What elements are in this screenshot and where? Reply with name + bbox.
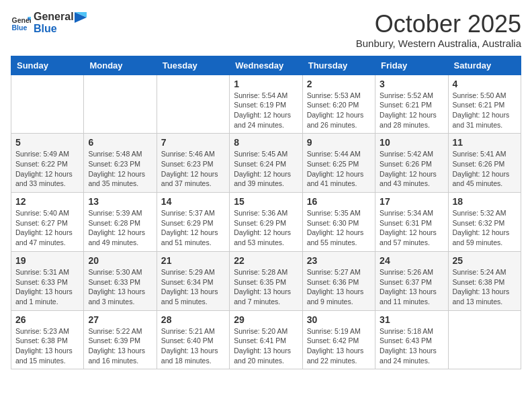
day-number: 12	[15, 196, 79, 207]
day-number: 27	[88, 314, 152, 325]
table-row: 1Sunrise: 5:54 AM Sunset: 6:19 PM Daylig…	[230, 75, 302, 134]
table-row: 9Sunrise: 5:44 AM Sunset: 6:25 PM Daylig…	[302, 134, 375, 193]
day-info: Sunrise: 5:49 AM Sunset: 6:22 PM Dayligh…	[15, 149, 79, 189]
table-row: 8Sunrise: 5:45 AM Sunset: 6:24 PM Daylig…	[230, 134, 302, 193]
day-info: Sunrise: 5:26 AM Sunset: 6:37 PM Dayligh…	[380, 267, 443, 307]
day-info: Sunrise: 5:22 AM Sunset: 6:39 PM Dayligh…	[88, 326, 152, 366]
day-info: Sunrise: 5:41 AM Sunset: 6:26 PM Dayligh…	[453, 149, 517, 189]
day-info: Sunrise: 5:34 AM Sunset: 6:31 PM Dayligh…	[380, 208, 443, 248]
location-text: Bunbury, Western Australia, Australia	[356, 38, 521, 49]
day-info: Sunrise: 5:40 AM Sunset: 6:27 PM Dayligh…	[15, 208, 79, 248]
table-row: 22Sunrise: 5:28 AM Sunset: 6:35 PM Dayli…	[230, 251, 302, 310]
day-number: 24	[380, 255, 443, 266]
calendar-week-row: 12Sunrise: 5:40 AM Sunset: 6:27 PM Dayli…	[11, 193, 521, 252]
table-row: 5Sunrise: 5:49 AM Sunset: 6:22 PM Daylig…	[11, 134, 84, 193]
day-number: 23	[307, 255, 371, 266]
day-number: 14	[161, 196, 225, 207]
calendar-week-row: 5Sunrise: 5:49 AM Sunset: 6:22 PM Daylig…	[11, 134, 521, 193]
day-info: Sunrise: 5:52 AM Sunset: 6:21 PM Dayligh…	[380, 91, 443, 130]
table-row: 28Sunrise: 5:21 AM Sunset: 6:40 PM Dayli…	[157, 310, 229, 369]
table-row: 29Sunrise: 5:20 AM Sunset: 6:41 PM Dayli…	[230, 310, 302, 369]
logo-icon: General Blue	[11, 13, 31, 33]
calendar-week-row: 26Sunrise: 5:23 AM Sunset: 6:38 PM Dayli…	[11, 310, 521, 369]
day-info: Sunrise: 5:36 AM Sunset: 6:29 PM Dayligh…	[234, 208, 298, 248]
month-title: October 2025	[356, 11, 521, 38]
day-info: Sunrise: 5:28 AM Sunset: 6:35 PM Dayligh…	[234, 267, 298, 307]
day-number: 20	[88, 255, 152, 266]
calendar-table: Sunday Monday Tuesday Wednesday Thursday…	[11, 56, 521, 370]
logo: General Blue General Blue	[11, 11, 87, 35]
day-number: 2	[307, 79, 371, 89]
table-row: 2Sunrise: 5:53 AM Sunset: 6:20 PM Daylig…	[302, 75, 375, 134]
table-row: 21Sunrise: 5:29 AM Sunset: 6:34 PM Dayli…	[157, 251, 229, 310]
day-info: Sunrise: 5:42 AM Sunset: 6:26 PM Dayligh…	[380, 149, 443, 189]
day-info: Sunrise: 5:53 AM Sunset: 6:20 PM Dayligh…	[307, 91, 371, 130]
table-row: 30Sunrise: 5:19 AM Sunset: 6:42 PM Dayli…	[302, 310, 375, 369]
table-row	[157, 75, 229, 134]
table-row: 23Sunrise: 5:27 AM Sunset: 6:36 PM Dayli…	[302, 251, 375, 310]
day-info: Sunrise: 5:54 AM Sunset: 6:19 PM Dayligh…	[234, 91, 298, 130]
header-friday: Friday	[375, 56, 448, 75]
day-number: 10	[380, 137, 443, 148]
header-sunday: Sunday	[11, 56, 84, 75]
day-info: Sunrise: 5:32 AM Sunset: 6:32 PM Dayligh…	[453, 208, 517, 248]
header-tuesday: Tuesday	[157, 56, 229, 75]
day-number: 28	[161, 314, 225, 325]
day-number: 15	[234, 196, 298, 207]
day-info: Sunrise: 5:44 AM Sunset: 6:25 PM Dayligh…	[307, 149, 371, 189]
header-saturday: Saturday	[448, 56, 521, 75]
day-number: 31	[380, 314, 443, 325]
table-row: 25Sunrise: 5:24 AM Sunset: 6:38 PM Dayli…	[448, 251, 521, 310]
title-section: October 2025 Bunbury, Western Australia,…	[356, 11, 521, 49]
day-info: Sunrise: 5:21 AM Sunset: 6:40 PM Dayligh…	[161, 326, 225, 366]
day-number: 25	[453, 255, 517, 266]
table-row: 16Sunrise: 5:35 AM Sunset: 6:30 PM Dayli…	[302, 193, 375, 252]
day-number: 1	[234, 79, 298, 89]
calendar-week-row: 1Sunrise: 5:54 AM Sunset: 6:19 PM Daylig…	[11, 75, 521, 134]
day-info: Sunrise: 5:45 AM Sunset: 6:24 PM Dayligh…	[234, 149, 298, 189]
day-number: 7	[161, 137, 225, 148]
table-row: 11Sunrise: 5:41 AM Sunset: 6:26 PM Dayli…	[448, 134, 521, 193]
day-number: 5	[15, 137, 79, 148]
day-number: 13	[88, 196, 152, 207]
day-number: 8	[234, 137, 298, 148]
table-row	[448, 310, 521, 369]
calendar-week-row: 19Sunrise: 5:31 AM Sunset: 6:33 PM Dayli…	[11, 251, 521, 310]
table-row: 3Sunrise: 5:52 AM Sunset: 6:21 PM Daylig…	[375, 75, 448, 134]
table-row: 20Sunrise: 5:30 AM Sunset: 6:33 PM Dayli…	[84, 251, 157, 310]
day-info: Sunrise: 5:18 AM Sunset: 6:43 PM Dayligh…	[380, 326, 443, 366]
logo-blue-text: Blue	[34, 23, 87, 35]
day-number: 26	[15, 314, 79, 325]
logo-general-text: General	[34, 11, 74, 22]
day-info: Sunrise: 5:30 AM Sunset: 6:33 PM Dayligh…	[88, 267, 152, 307]
day-info: Sunrise: 5:20 AM Sunset: 6:41 PM Dayligh…	[234, 326, 298, 366]
page-header: General Blue General Blue October 2025 B…	[11, 11, 521, 49]
svg-text:Blue: Blue	[12, 23, 28, 31]
day-info: Sunrise: 5:37 AM Sunset: 6:29 PM Dayligh…	[161, 208, 225, 248]
day-number: 22	[234, 255, 298, 266]
table-row: 15Sunrise: 5:36 AM Sunset: 6:29 PM Dayli…	[230, 193, 302, 252]
day-number: 19	[15, 255, 79, 266]
table-row: 27Sunrise: 5:22 AM Sunset: 6:39 PM Dayli…	[84, 310, 157, 369]
day-info: Sunrise: 5:39 AM Sunset: 6:28 PM Dayligh…	[88, 208, 152, 248]
day-number: 6	[88, 137, 152, 148]
day-info: Sunrise: 5:19 AM Sunset: 6:42 PM Dayligh…	[307, 326, 371, 366]
day-info: Sunrise: 5:50 AM Sunset: 6:21 PM Dayligh…	[453, 91, 517, 130]
table-row: 10Sunrise: 5:42 AM Sunset: 6:26 PM Dayli…	[375, 134, 448, 193]
table-row: 14Sunrise: 5:37 AM Sunset: 6:29 PM Dayli…	[157, 193, 229, 252]
table-row: 17Sunrise: 5:34 AM Sunset: 6:31 PM Dayli…	[375, 193, 448, 252]
header-thursday: Thursday	[302, 56, 375, 75]
table-row: 7Sunrise: 5:46 AM Sunset: 6:23 PM Daylig…	[157, 134, 229, 193]
header-monday: Monday	[84, 56, 157, 75]
day-number: 4	[453, 79, 517, 89]
day-info: Sunrise: 5:48 AM Sunset: 6:23 PM Dayligh…	[88, 149, 152, 189]
table-row: 18Sunrise: 5:32 AM Sunset: 6:32 PM Dayli…	[448, 193, 521, 252]
table-row	[84, 75, 157, 134]
table-row: 19Sunrise: 5:31 AM Sunset: 6:33 PM Dayli…	[11, 251, 84, 310]
table-row: 6Sunrise: 5:48 AM Sunset: 6:23 PM Daylig…	[84, 134, 157, 193]
table-row: 24Sunrise: 5:26 AM Sunset: 6:37 PM Dayli…	[375, 251, 448, 310]
day-number: 3	[380, 79, 443, 89]
table-row: 4Sunrise: 5:50 AM Sunset: 6:21 PM Daylig…	[448, 75, 521, 134]
table-row: 31Sunrise: 5:18 AM Sunset: 6:43 PM Dayli…	[375, 310, 448, 369]
day-number: 9	[307, 137, 371, 148]
